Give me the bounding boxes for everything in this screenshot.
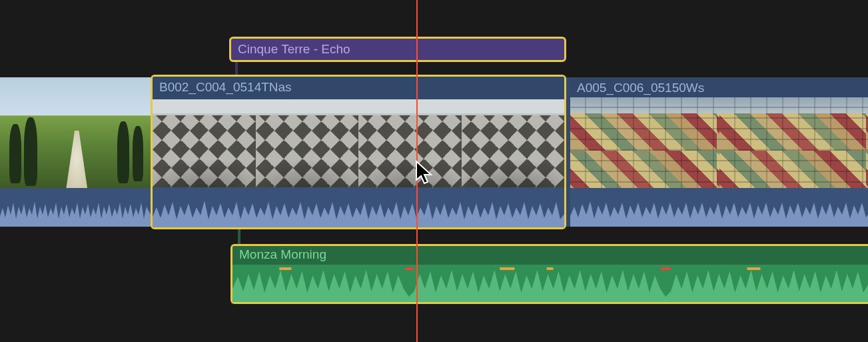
clip-thumbnails bbox=[153, 99, 564, 187]
clip-audio-waveform bbox=[570, 188, 868, 227]
svg-rect-1 bbox=[279, 267, 291, 270]
title-clip-label: Cinque Terre - Echo bbox=[238, 42, 350, 57]
title-clip[interactable]: Cinque Terre - Echo bbox=[229, 37, 566, 62]
playhead[interactable] bbox=[416, 0, 418, 342]
svg-rect-5 bbox=[660, 267, 671, 270]
audio-clip[interactable]: Monza Morning bbox=[230, 244, 868, 304]
thumbnail-landscape bbox=[0, 77, 151, 188]
thumbnail-checker bbox=[153, 99, 256, 187]
clip-label: B002_C004_0514TNas bbox=[153, 77, 564, 99]
audio-waveform bbox=[232, 265, 868, 304]
clip-audio-waveform bbox=[153, 187, 564, 227]
timeline[interactable]: Cinque Terre - Echo B002_C004_0514TNas bbox=[0, 0, 868, 342]
video-clip-1[interactable] bbox=[0, 77, 151, 227]
thumbnail-checker bbox=[256, 99, 359, 187]
svg-rect-2 bbox=[405, 267, 414, 270]
clip-label: A005_C006_05150Ws bbox=[570, 77, 868, 97]
video-clip-2[interactable]: B002_C004_0514TNas bbox=[151, 75, 566, 229]
connector-audio bbox=[238, 229, 240, 244]
video-clip-3[interactable]: A005_C006_05150Ws bbox=[570, 77, 868, 227]
clip-thumbnails bbox=[570, 97, 868, 188]
svg-rect-6 bbox=[747, 267, 760, 270]
thumbnail-town bbox=[570, 97, 719, 188]
thumbnail-checker bbox=[358, 99, 462, 187]
clip-thumbnails bbox=[0, 77, 151, 188]
thumbnail-town bbox=[719, 97, 869, 188]
svg-rect-4 bbox=[546, 267, 553, 270]
clip-audio-waveform bbox=[0, 188, 151, 227]
svg-rect-3 bbox=[500, 267, 514, 270]
thumbnail-checker bbox=[462, 99, 565, 187]
audio-clip-label: Monza Morning bbox=[232, 246, 868, 265]
